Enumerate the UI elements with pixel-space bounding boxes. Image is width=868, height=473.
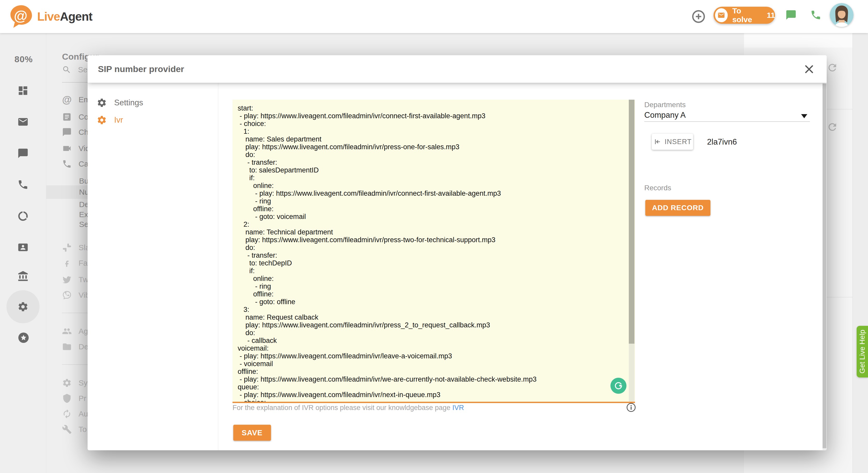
phone-icon xyxy=(810,9,822,21)
gear-icon[interactable] xyxy=(17,301,29,312)
wrench-icon xyxy=(62,425,72,434)
get-live-help-label: Get Live Help xyxy=(858,330,866,374)
chats-button[interactable] xyxy=(785,9,797,21)
records-label: Records xyxy=(644,184,671,192)
close-icon[interactable] xyxy=(803,64,815,75)
sidebar-item-automation[interactable]: Au xyxy=(62,407,88,420)
slack-icon xyxy=(62,243,72,252)
star-badge-icon[interactable] xyxy=(17,332,30,344)
ticket-envelope-icon xyxy=(717,11,725,19)
gear-icon xyxy=(97,98,107,108)
phone-icon[interactable] xyxy=(17,179,29,190)
grammarly-icon[interactable] xyxy=(611,378,626,394)
modal-nav-divider xyxy=(218,82,218,450)
modal-scrollbar-thumb[interactable] xyxy=(823,83,827,448)
insert-button[interactable]: INSERT xyxy=(652,134,693,150)
dashboard-icon[interactable] xyxy=(17,85,29,96)
bank-icon[interactable] xyxy=(17,271,29,282)
app-root: 80% Configur Sear @ Em Co Ch Vid Ca Bu N… xyxy=(0,0,868,473)
sidebar-item-twitter[interactable]: Tw xyxy=(62,273,88,286)
logo-bubble-icon xyxy=(8,4,34,29)
sidebar-item-protection[interactable]: Pr xyxy=(62,392,86,405)
mail-icon[interactable] xyxy=(17,116,29,128)
user-avatar-image xyxy=(830,3,854,27)
save-button[interactable]: SAVE xyxy=(233,425,271,441)
department-select-underline xyxy=(644,121,810,122)
twitter-icon xyxy=(62,275,72,284)
tab-insert-icon xyxy=(653,138,661,146)
department-id-token: 2la7ivn6 xyxy=(707,137,737,147)
phone-icon xyxy=(62,159,72,169)
sidebar-item-departments[interactable]: De xyxy=(62,340,88,353)
ivr-script-text[interactable]: start: - play: https://www.liveagent.com… xyxy=(232,100,635,403)
sidebar-item-agents[interactable]: Ag xyxy=(62,325,88,338)
tab-ivr[interactable]: Ivr xyxy=(97,115,123,125)
sidebar-item-settings-sub[interactable]: Se xyxy=(79,218,89,231)
search-icon xyxy=(62,65,71,74)
info-icon[interactable] xyxy=(626,402,636,413)
videocam-icon xyxy=(62,143,72,154)
article-icon xyxy=(62,112,72,122)
plus-circle-icon xyxy=(691,9,706,24)
sidebar-item-slack[interactable]: Sla xyxy=(62,241,90,254)
sidebar-item-viber[interactable]: Vib xyxy=(62,289,90,302)
chat-bubble-icon xyxy=(785,9,797,21)
gear-icon xyxy=(62,378,72,388)
add-new-button[interactable] xyxy=(691,9,706,24)
page-scroll-gutter xyxy=(852,0,868,473)
refresh-icon[interactable] xyxy=(827,121,838,133)
department-select[interactable]: Company A xyxy=(644,110,810,122)
to-solve-label: To solve xyxy=(733,6,760,24)
to-solve-count: 11 xyxy=(767,11,775,20)
at-icon: @ xyxy=(62,94,72,105)
data-usage-icon[interactable] xyxy=(17,210,29,222)
gear-icon xyxy=(97,115,107,125)
departments-label: Departments xyxy=(644,101,686,109)
sidebar-divider xyxy=(46,33,46,473)
add-record-button[interactable]: ADD RECORD xyxy=(645,200,710,216)
people-icon xyxy=(62,326,72,336)
calls-button[interactable] xyxy=(810,9,822,21)
contact-card-icon[interactable] xyxy=(17,242,29,253)
get-live-help-tab[interactable]: Get Live Help xyxy=(857,326,868,377)
zoom-level-indicator: 80% xyxy=(14,54,33,64)
modal-header: SIP number provider xyxy=(88,55,827,83)
sidebar-item-email[interactable]: @ Em xyxy=(62,93,90,106)
sidebar-item-facebook[interactable]: Fa xyxy=(62,257,88,270)
sidebar-item-tools[interactable]: To xyxy=(62,423,87,436)
facebook-icon xyxy=(62,258,72,268)
sidebar-item-contact[interactable]: Co xyxy=(62,110,88,124)
chat-icon[interactable] xyxy=(17,148,29,159)
ivr-script-editor[interactable]: start: - play: https://www.liveagent.com… xyxy=(232,100,635,403)
avatar[interactable] xyxy=(830,3,854,27)
shield-icon xyxy=(62,394,72,403)
folder-icon xyxy=(62,342,72,352)
viber-icon xyxy=(62,290,72,300)
sidebar-item-system[interactable]: Sy xyxy=(62,376,88,390)
sidebar-item-video[interactable]: Vid xyxy=(62,142,90,155)
tab-settings[interactable]: Settings xyxy=(97,98,143,108)
modal-title: SIP number provider xyxy=(98,64,184,74)
app-header: LiveAgent To solve 11 xyxy=(0,0,868,33)
sidebar-item-chat[interactable]: Ch xyxy=(62,126,88,139)
sip-number-provider-modal: SIP number provider Settings Ivr start: … xyxy=(88,55,827,450)
ivr-knowledgebase-link[interactable]: IVR xyxy=(452,404,464,411)
chat-icon xyxy=(62,127,72,137)
ivr-help-note: For the explanation of IVR options pleas… xyxy=(232,404,464,412)
department-selected-value: Company A xyxy=(644,110,686,120)
sidebar-item-call[interactable]: Ca xyxy=(62,157,88,171)
refresh-icon[interactable] xyxy=(827,62,838,73)
to-solve-button[interactable]: To solve 11 xyxy=(714,7,775,24)
brand-agent: Agent xyxy=(60,10,92,23)
liveagent-logo[interactable]: LiveAgent xyxy=(8,4,92,29)
autorenew-icon xyxy=(62,409,72,419)
brand-live: Live xyxy=(37,10,60,23)
editor-scrollbar-track[interactable] xyxy=(629,344,634,402)
chevron-down-icon xyxy=(801,114,807,118)
editor-scrollbar-thumb[interactable] xyxy=(629,100,634,344)
